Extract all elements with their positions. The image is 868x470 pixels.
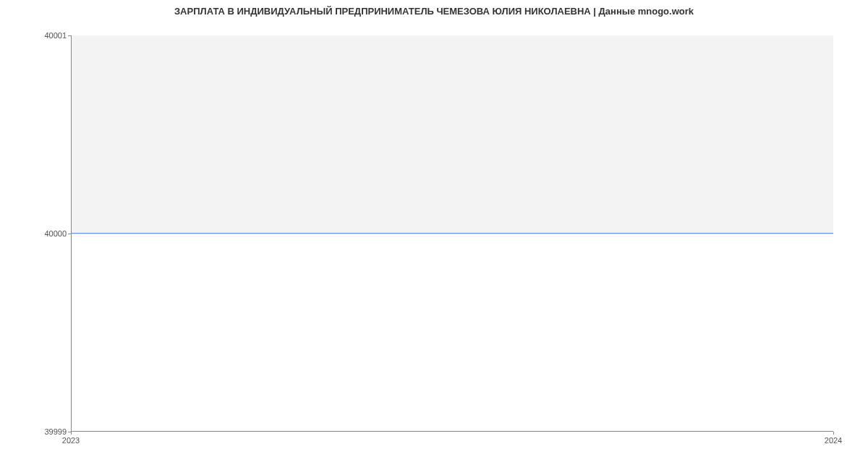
- chart-title: ЗАРПЛАТА В ИНДИВИДУАЛЬНЫЙ ПРЕДПРИНИМАТЕЛ…: [0, 6, 868, 17]
- y-axis-tick-label: 40001: [44, 31, 67, 40]
- plot-area: [71, 35, 833, 432]
- x-axis-tick-label: 2023: [62, 436, 80, 445]
- y-axis-tick-label: 40000: [44, 229, 67, 238]
- area-fill: [72, 35, 833, 234]
- y-tick-mark: [68, 35, 71, 36]
- x-tick-mark: [833, 432, 834, 435]
- x-tick-mark: [71, 432, 72, 435]
- data-line: [72, 233, 833, 234]
- x-axis-tick-label: 2024: [825, 436, 842, 445]
- y-axis-tick-label: 39999: [44, 427, 67, 436]
- salary-chart: ЗАРПЛАТА В ИНДИВИДУАЛЬНЫЙ ПРЕДПРИНИМАТЕЛ…: [0, 0, 868, 470]
- y-tick-mark: [68, 234, 71, 234]
